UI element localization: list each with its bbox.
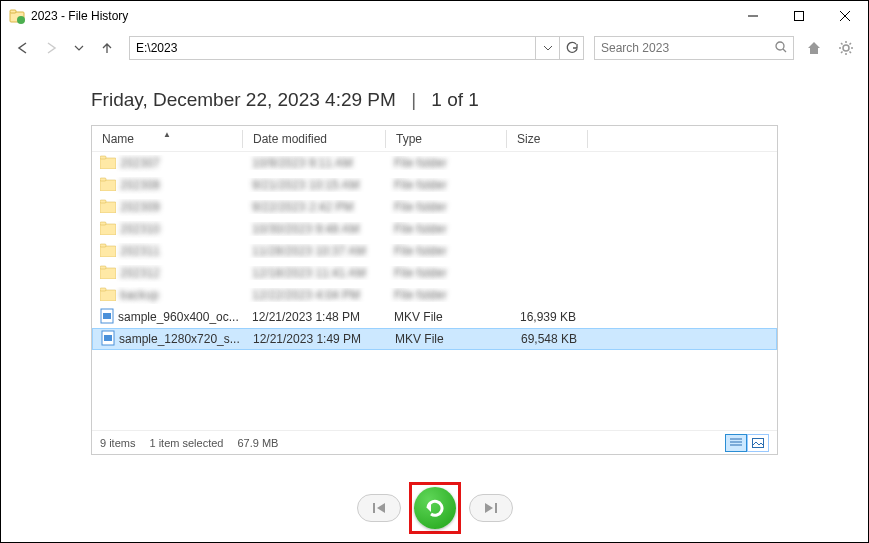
folder-icon (100, 265, 116, 282)
svg-point-9 (843, 45, 849, 51)
table-row[interactable]: 20231212/18/2023 11:41 AMFile folder (92, 262, 777, 284)
folder-icon (100, 199, 116, 216)
table-row[interactable]: 20231111/28/2023 10:37 AMFile folder (92, 240, 777, 262)
maximize-button[interactable] (776, 1, 822, 31)
title-bar: 2023 - File History (1, 1, 868, 31)
file-icon (101, 330, 115, 349)
svg-point-2 (17, 16, 25, 24)
table-row[interactable]: sample_960x400_oc...12/21/2023 1:48 PMMK… (92, 306, 777, 328)
playback-controls (1, 482, 868, 534)
window-buttons (730, 1, 868, 31)
table-row[interactable]: 2023089/21/2023 10:15 AMFile folder (92, 174, 777, 196)
file-type: File folder (384, 288, 504, 302)
svg-point-7 (776, 42, 784, 50)
table-row[interactable]: backup12/22/2023 4:04 PMFile folder (92, 284, 777, 306)
svg-rect-10 (100, 158, 116, 169)
svg-rect-31 (753, 438, 764, 447)
version-position: 1 of 1 (431, 89, 479, 110)
next-version-button[interactable] (469, 494, 513, 522)
column-date[interactable]: Date modified (243, 132, 385, 146)
search-input[interactable] (601, 41, 775, 55)
refresh-icon[interactable] (559, 37, 583, 59)
address-input[interactable] (130, 41, 535, 55)
version-datetime: Friday, December 22, 2023 4:29 PM (91, 89, 396, 110)
restore-icon (422, 495, 448, 521)
file-type: File folder (384, 244, 504, 258)
folder-icon (100, 221, 116, 238)
file-name: 202309 (120, 200, 160, 214)
svg-rect-11 (100, 156, 106, 159)
up-button[interactable] (95, 36, 119, 60)
column-type[interactable]: Type (386, 132, 506, 146)
view-thumbnails-icon[interactable] (747, 434, 769, 452)
file-name: sample_1280x720_s... (119, 332, 240, 346)
back-button[interactable] (11, 36, 35, 60)
sort-ascending-icon: ▲ (163, 130, 171, 139)
svg-rect-4 (795, 12, 804, 21)
file-name: 202310 (120, 222, 160, 236)
file-type: File folder (384, 266, 504, 280)
svg-rect-14 (100, 202, 116, 213)
file-icon (100, 308, 114, 327)
svg-rect-23 (100, 288, 106, 291)
table-row[interactable]: 20231010/30/2023 9:48 AMFile folder (92, 218, 777, 240)
close-button[interactable] (822, 1, 868, 31)
version-header: Friday, December 22, 2023 4:29 PM | 1 of… (1, 65, 868, 125)
svg-rect-22 (100, 290, 116, 301)
svg-rect-19 (100, 244, 106, 247)
file-type: MKV File (385, 332, 505, 346)
folder-icon (100, 287, 116, 304)
file-date: 10/30/2023 9:48 AM (242, 222, 384, 236)
file-date: 12/22/2023 4:04 PM (242, 288, 384, 302)
column-size[interactable]: Size (507, 132, 587, 146)
window-title: 2023 - File History (31, 9, 730, 23)
view-details-icon[interactable] (725, 434, 747, 452)
svg-rect-20 (100, 268, 116, 279)
file-history-icon (9, 8, 25, 24)
svg-rect-17 (100, 222, 106, 225)
file-date: 11/28/2023 10:37 AM (242, 244, 384, 258)
file-size: 69,548 KB (505, 332, 585, 346)
svg-line-8 (783, 49, 786, 52)
svg-rect-1 (10, 10, 16, 13)
file-name: 202312 (120, 266, 160, 280)
svg-rect-32 (373, 503, 375, 513)
folder-icon (100, 243, 116, 260)
svg-rect-12 (100, 180, 116, 191)
search-icon (775, 39, 787, 57)
minimize-button[interactable] (730, 1, 776, 31)
file-date: 10/9/2023 9:11 AM (242, 156, 384, 170)
file-rows: 20230710/9/2023 9:11 AMFile folder202308… (92, 152, 777, 430)
file-name: 202307 (120, 156, 160, 170)
address-dropdown-icon[interactable] (535, 37, 559, 59)
column-name[interactable]: ▲ Name (92, 132, 242, 146)
svg-rect-13 (100, 178, 106, 181)
status-selected: 1 item selected (149, 437, 223, 449)
file-date: 12/21/2023 1:48 PM (242, 310, 384, 324)
search-box[interactable] (594, 36, 794, 60)
file-date: 9/21/2023 10:15 AM (242, 178, 384, 192)
file-list-panel: ▲ Name Date modified Type Size 20230710/… (91, 125, 778, 455)
svg-rect-18 (100, 246, 116, 257)
restore-button[interactable] (414, 487, 456, 529)
history-dropdown-icon[interactable] (67, 36, 91, 60)
folder-icon (100, 177, 116, 194)
home-icon[interactable] (802, 36, 826, 60)
table-row[interactable]: 20230710/9/2023 9:11 AMFile folder (92, 152, 777, 174)
svg-rect-21 (100, 266, 106, 269)
file-date: 12/18/2023 11:41 AM (242, 266, 384, 280)
table-row[interactable]: sample_1280x720_s...12/21/2023 1:49 PMMK… (92, 328, 777, 350)
previous-version-button[interactable] (357, 494, 401, 522)
table-row[interactable]: 2023099/22/2023 2:42 PMFile folder (92, 196, 777, 218)
file-type: File folder (384, 178, 504, 192)
svg-rect-25 (103, 313, 111, 319)
file-size: 16,939 KB (504, 310, 584, 324)
forward-button[interactable] (39, 36, 63, 60)
restore-highlight (409, 482, 461, 534)
header-separator: | (411, 89, 416, 110)
gear-icon[interactable] (834, 36, 858, 60)
file-name: backup (120, 288, 159, 302)
address-bar[interactable] (129, 36, 584, 60)
svg-rect-16 (100, 224, 116, 235)
file-date: 9/22/2023 2:42 PM (242, 200, 384, 214)
